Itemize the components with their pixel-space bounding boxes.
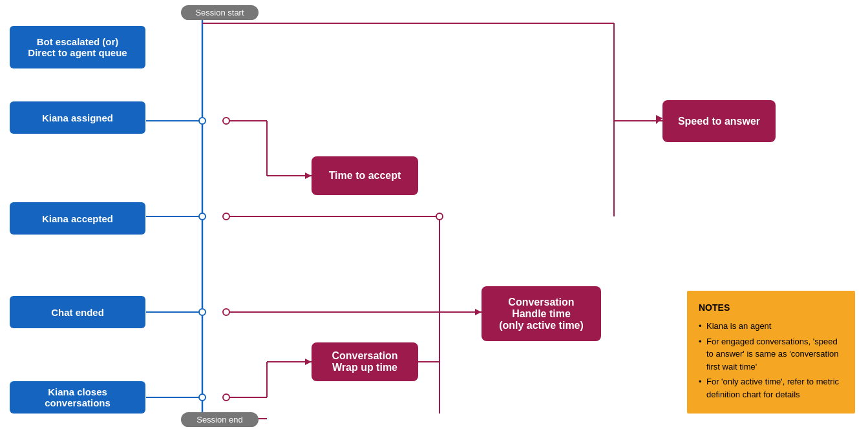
notes-box: NOTES Kiana is an agent For engaged conv… <box>687 291 855 414</box>
notes-item-2: For engaged conversations, 'speed to ans… <box>699 335 843 373</box>
svg-point-25 <box>223 309 229 315</box>
metric-time-to-accept: Time to accept <box>312 156 418 195</box>
svg-marker-31 <box>305 359 312 365</box>
notes-list: Kiana is an agent For engaged conversati… <box>699 320 843 401</box>
svg-marker-28 <box>656 115 662 124</box>
svg-point-20 <box>199 213 206 220</box>
diagram-container: Session start Session end Bot escalated … <box>0 0 868 440</box>
svg-marker-29 <box>475 309 482 315</box>
notes-item-3: For 'only active time', refer to metric … <box>699 375 843 401</box>
svg-marker-30 <box>305 173 312 179</box>
event-kiana-assigned: Kiana assigned <box>10 101 145 134</box>
metric-conversation-handle: Conversation Handle time (only active ti… <box>482 286 601 341</box>
notes-title: NOTES <box>699 301 843 315</box>
notes-item-1: Kiana is an agent <box>699 320 843 333</box>
svg-point-24 <box>223 213 229 220</box>
svg-point-23 <box>223 118 229 124</box>
event-kiana-closes: Kiana closes conversations <box>10 381 145 414</box>
svg-point-19 <box>199 118 206 124</box>
svg-point-27 <box>436 213 443 220</box>
session-start-label: Session start <box>181 5 259 20</box>
svg-point-22 <box>199 394 206 401</box>
metric-speed-to-answer: Speed to answer <box>662 100 776 142</box>
event-chat-ended: Chat ended <box>10 296 145 328</box>
event-bot-escalated: Bot escalated (or) Direct to agent queue <box>10 26 145 68</box>
session-end-label: Session end <box>181 412 259 427</box>
metric-conversation-wrap: Conversation Wrap up time <box>312 342 418 381</box>
svg-point-21 <box>199 309 206 315</box>
event-kiana-accepted: Kiana accepted <box>10 202 145 235</box>
svg-point-26 <box>223 394 229 401</box>
